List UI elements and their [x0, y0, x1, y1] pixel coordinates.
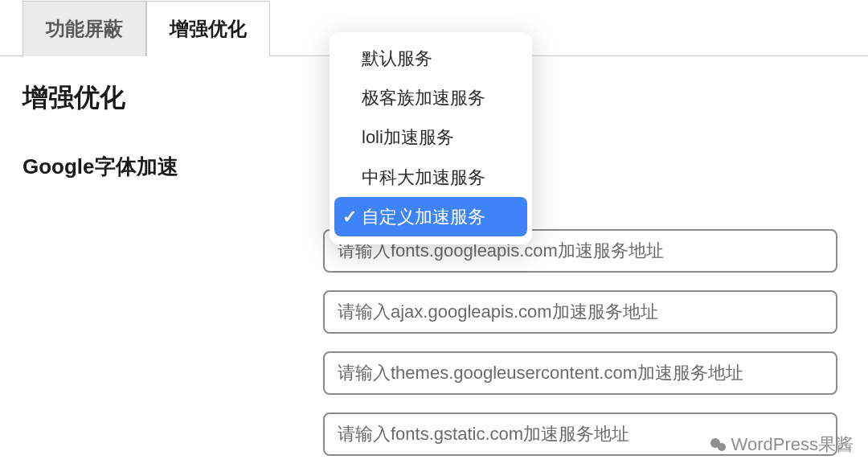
ajax-googleapis-input[interactable] [323, 290, 837, 334]
custom-service-fields [0, 229, 868, 474]
themes-googleusercontent-input[interactable] [323, 351, 837, 395]
dropdown-item-custom[interactable]: ✓ 自定义加速服务 [334, 197, 527, 236]
dropdown-item-label: 自定义加速服务 [362, 203, 485, 231]
dropdown-item-ustc[interactable]: ✓ 中科大加速服务 [334, 158, 527, 197]
tab-enhance-optimize[interactable]: 增强优化 [146, 1, 270, 56]
dropdown-item-label: 中科大加速服务 [362, 163, 485, 191]
setting-label: Google字体加速 [23, 148, 320, 181]
check-icon: ✓ [342, 203, 362, 231]
dropdown-item-geekzu[interactable]: ✓ 极客族加速服务 [334, 78, 527, 117]
dropdown-item-label: loli加速服务 [362, 123, 454, 151]
dropdown-item-default[interactable]: ✓ 默认服务 [334, 39, 527, 78]
tab-feature-block[interactable]: 功能屏蔽 [23, 1, 146, 56]
fonts-gstatic-input[interactable] [323, 412, 837, 456]
service-dropdown[interactable]: ✓ 默认服务 ✓ 极客族加速服务 ✓ loli加速服务 ✓ 中科大加速服务 ✓ … [330, 32, 532, 244]
dropdown-item-label: 极客族加速服务 [362, 84, 485, 112]
dropdown-item-label: 默认服务 [362, 44, 432, 72]
dropdown-item-loli[interactable]: ✓ loli加速服务 [334, 117, 527, 157]
